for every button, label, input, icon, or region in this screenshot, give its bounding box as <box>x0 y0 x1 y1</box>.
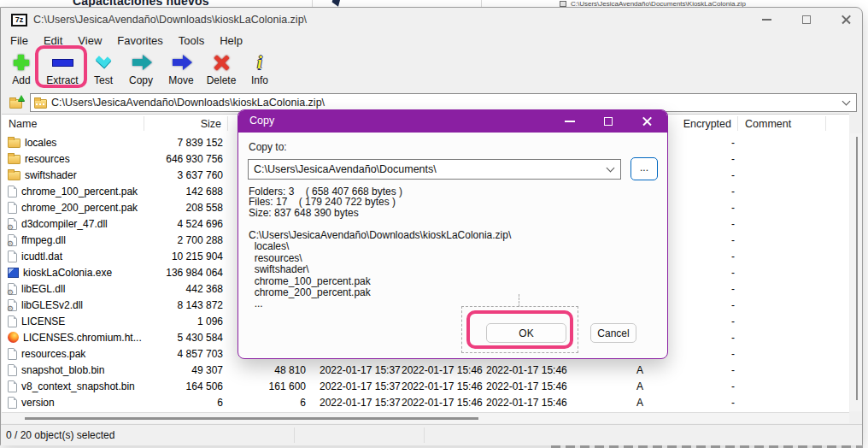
dialog-close-button[interactable] <box>636 113 659 130</box>
dll-icon <box>8 218 17 230</box>
folder-icon <box>8 139 21 148</box>
size-cell: 3 637 760 <box>144 169 228 181</box>
table-row[interactable]: snapshot_blob.bin49 30748 8102022-01-17 … <box>2 362 849 378</box>
source-item-line: chrome_200_percent.pak <box>249 287 511 298</box>
toolbar: AddExtractTestCopyMoveDeleteiInfo <box>4 49 278 91</box>
extract-button[interactable]: Extract <box>38 49 86 91</box>
test-button[interactable]: Test <box>86 49 120 91</box>
close-icon <box>642 116 653 127</box>
stats-line: Size: 837 648 390 bytes <box>249 208 402 218</box>
source-item-line: swiftshader\ <box>249 264 511 275</box>
file-name-cell: locales <box>2 137 144 149</box>
attributes-cell: A <box>567 397 649 409</box>
destination-combo[interactable]: C:\Users\JesicaAvendaño\Documents\ <box>248 159 621 180</box>
file-name: ffmpeg.dll <box>21 234 66 246</box>
size-cell: 136 984 064 <box>144 267 228 279</box>
minimize-button[interactable] <box>754 11 779 28</box>
menu-item-favorites[interactable]: Favorites <box>109 34 170 47</box>
up-folder-button[interactable] <box>5 94 26 112</box>
column-header-size[interactable]: Size <box>144 116 228 131</box>
column-header-name[interactable]: Name <box>2 116 144 131</box>
packed-size-cell: 6 <box>228 397 311 409</box>
status-divider <box>424 427 425 443</box>
file-name-cell: chrome_200_percent.pak <box>2 202 144 214</box>
file-name-cell: LICENSE <box>2 315 144 327</box>
ok-button[interactable]: OK <box>486 323 566 343</box>
info-icon: i <box>257 51 262 74</box>
source-file-list: C:\Users\JesicaAvendaño\Downloads\kioskL… <box>249 230 511 310</box>
info-button[interactable]: iInfo <box>242 49 278 91</box>
encrypted-cell: - <box>649 397 738 409</box>
size-cell: 646 930 756 <box>144 153 228 165</box>
browse-button[interactable]: ... <box>630 157 658 180</box>
table-row[interactable]: v8_context_snapshot.bin164 506161 600202… <box>2 378 849 394</box>
file-name: locales <box>25 137 56 149</box>
maximize-button[interactable] <box>794 11 819 28</box>
accessed-cell: 2022-01-17 15:46 <box>486 397 567 409</box>
packed-size-cell: 48 810 <box>228 364 311 376</box>
menu-item-file[interactable]: File <box>3 34 36 47</box>
chevron-down-icon[interactable] <box>842 97 851 106</box>
file-name-cell: version <box>2 397 144 409</box>
vertical-scrollbar-thumb[interactable] <box>856 137 858 400</box>
delete-x-icon <box>214 51 230 74</box>
title-bar: 7z C:\Users\JesicaAvendaño\Downloads\kio… <box>1 8 862 32</box>
file-icon <box>8 380 17 392</box>
test-check-icon <box>97 51 109 74</box>
file-name-cell: snapshot_blob.bin <box>2 364 144 376</box>
source-path-line: C:\Users\JesicaAvendaño\Downloads\kioskL… <box>249 230 511 241</box>
toolbar-label: Extract <box>46 74 78 86</box>
created-cell: 2022-01-17 15:46 <box>402 380 486 392</box>
vertical-scrollbar[interactable] <box>850 133 862 411</box>
encrypted-cell: - <box>649 364 738 376</box>
packed-size-cell: 161 600 <box>228 380 311 392</box>
delete-button[interactable]: Delete <box>201 49 242 91</box>
chevron-down-icon[interactable] <box>607 164 615 173</box>
toolbar-label: Copy <box>129 74 153 86</box>
menu-item-help[interactable]: Help <box>212 34 250 47</box>
file-name: LICENSE <box>21 315 65 327</box>
menu-item-tools[interactable]: Tools <box>171 34 212 47</box>
attributes-cell: A <box>567 380 649 392</box>
menu-item-edit[interactable]: Edit <box>36 34 70 47</box>
close-button[interactable] <box>834 11 859 28</box>
horizontal-scrollbar[interactable] <box>2 412 849 423</box>
size-cell: 442 368 <box>144 283 228 295</box>
file-name-cell: ffmpeg.dll <box>2 234 144 246</box>
toolbar-label: Move <box>168 74 193 86</box>
copy-button[interactable]: Copy <box>120 49 161 91</box>
background-cursor-mark <box>332 0 341 7</box>
dialog-minimize-button[interactable] <box>559 113 581 130</box>
size-cell: 164 506 <box>144 380 228 392</box>
file-name: resources <box>25 153 70 165</box>
file-name: kioskLaColonia.exe <box>23 267 112 279</box>
dialog-title: Copy <box>249 115 274 127</box>
dll-icon <box>8 299 17 311</box>
move-button[interactable]: Move <box>161 49 201 91</box>
file-name: version <box>21 397 55 409</box>
file-name-cell: d3dcompiler_47.dll <box>2 218 144 230</box>
cancel-button[interactable]: Cancel <box>590 323 636 343</box>
file-name-cell: LICENSES.chromium.ht... <box>2 332 144 344</box>
stats-line: Files: 17 ( 179 240 722 bytes ) <box>249 197 402 207</box>
file-name-cell: icudtl.dat <box>2 251 144 262</box>
html-icon <box>8 332 19 343</box>
file-name-cell: kioskLaColonia.exe <box>2 267 144 279</box>
column-header-comment[interactable]: Comment <box>738 116 826 131</box>
size-cell: 8 143 872 <box>144 299 228 311</box>
modified-cell: 2022-01-17 15:37 <box>311 380 402 392</box>
toolbar-label: Delete <box>207 74 237 86</box>
status-text: 0 / 20 object(s) selected <box>6 429 114 441</box>
size-cell: 4 857 703 <box>144 348 228 360</box>
accessed-cell: 2022-01-17 15:46 <box>486 364 567 376</box>
minimize-icon <box>762 19 771 21</box>
file-name-cell: libEGL.dll <box>2 283 144 295</box>
modified-cell: 2022-01-17 15:37 <box>311 364 402 376</box>
horizontal-scrollbar-thumb[interactable] <box>25 417 478 420</box>
add-button[interactable]: Add <box>4 49 38 91</box>
table-row[interactable]: version662022-01-17 15:372022-01-17 15:4… <box>2 394 849 410</box>
dialog-maximize-button[interactable] <box>597 113 619 130</box>
close-icon <box>842 15 852 25</box>
menu-item-view[interactable]: View <box>70 34 109 47</box>
size-cell: 10 215 904 <box>144 251 228 262</box>
